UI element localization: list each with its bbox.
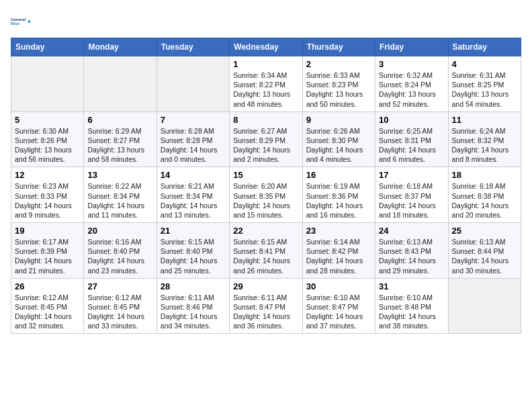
day-info: Sunrise: 6:19 AM Sunset: 8:36 PM Dayligh… xyxy=(306,181,371,220)
calendar-body: 1Sunrise: 6:34 AM Sunset: 8:22 PM Daylig… xyxy=(11,56,521,334)
calendar-cell: 1Sunrise: 6:34 AM Sunset: 8:22 PM Daylig… xyxy=(230,56,302,112)
col-header-tuesday: Tuesday xyxy=(157,38,229,56)
day-info: Sunrise: 6:10 AM Sunset: 8:48 PM Dayligh… xyxy=(379,293,444,331)
day-info: Sunrise: 6:33 AM Sunset: 8:23 PM Dayligh… xyxy=(306,71,371,109)
calendar-header: SundayMondayTuesdayWednesdayThursdayFrid… xyxy=(11,38,521,56)
header-row: SundayMondayTuesdayWednesdayThursdayFrid… xyxy=(11,38,521,56)
day-number: 28 xyxy=(161,281,226,291)
day-info: Sunrise: 6:23 AM Sunset: 8:33 PM Dayligh… xyxy=(15,181,80,220)
day-number: 25 xyxy=(452,226,517,236)
calendar-cell: 21Sunrise: 6:15 AM Sunset: 8:40 PM Dayli… xyxy=(157,223,229,279)
svg-marker-2 xyxy=(28,20,30,24)
calendar-table: SundayMondayTuesdayWednesdayThursdayFrid… xyxy=(11,38,521,334)
day-number: 4 xyxy=(452,59,517,69)
day-number: 15 xyxy=(233,170,298,180)
day-info: Sunrise: 6:22 AM Sunset: 8:34 PM Dayligh… xyxy=(87,181,152,220)
calendar-cell: 30Sunrise: 6:10 AM Sunset: 8:47 PM Dayli… xyxy=(302,278,375,334)
calendar-cell: 3Sunrise: 6:32 AM Sunset: 8:24 PM Daylig… xyxy=(375,56,448,112)
calendar-cell: 15Sunrise: 6:20 AM Sunset: 8:35 PM Dayli… xyxy=(230,167,302,223)
day-number: 3 xyxy=(379,59,444,69)
day-number: 29 xyxy=(233,281,298,291)
calendar-cell: 25Sunrise: 6:13 AM Sunset: 8:44 PM Dayli… xyxy=(448,223,521,279)
calendar-cell: 2Sunrise: 6:33 AM Sunset: 8:23 PM Daylig… xyxy=(302,56,375,112)
calendar-cell: 19Sunrise: 6:17 AM Sunset: 8:39 PM Dayli… xyxy=(11,223,84,279)
calendar-cell: 18Sunrise: 6:18 AM Sunset: 8:38 PM Dayli… xyxy=(448,167,521,223)
week-row-1: 1Sunrise: 6:34 AM Sunset: 8:22 PM Daylig… xyxy=(11,56,521,112)
day-number: 17 xyxy=(379,170,444,180)
calendar-cell: 6Sunrise: 6:29 AM Sunset: 8:27 PM Daylig… xyxy=(84,111,157,167)
calendar-cell: 16Sunrise: 6:19 AM Sunset: 8:36 PM Dayli… xyxy=(302,167,375,223)
day-number: 5 xyxy=(15,115,80,125)
day-number: 31 xyxy=(379,281,444,291)
calendar-cell: 22Sunrise: 6:15 AM Sunset: 8:41 PM Dayli… xyxy=(230,223,302,279)
day-info: Sunrise: 6:12 AM Sunset: 8:45 PM Dayligh… xyxy=(87,293,152,331)
day-info: Sunrise: 6:31 AM Sunset: 8:25 PM Dayligh… xyxy=(452,71,517,109)
day-info: Sunrise: 6:18 AM Sunset: 8:37 PM Dayligh… xyxy=(379,181,444,220)
logo-icon: GeneralBlue xyxy=(11,11,32,32)
day-info: Sunrise: 6:18 AM Sunset: 8:38 PM Dayligh… xyxy=(452,181,517,220)
day-info: Sunrise: 6:24 AM Sunset: 8:32 PM Dayligh… xyxy=(452,126,517,165)
calendar-cell: 14Sunrise: 6:21 AM Sunset: 8:34 PM Dayli… xyxy=(157,167,229,223)
week-row-5: 26Sunrise: 6:12 AM Sunset: 8:45 PM Dayli… xyxy=(11,278,521,334)
calendar-cell: 17Sunrise: 6:18 AM Sunset: 8:37 PM Dayli… xyxy=(375,167,448,223)
day-number: 27 xyxy=(87,281,152,291)
calendar-cell xyxy=(11,56,84,112)
day-number: 30 xyxy=(306,281,371,291)
day-number: 16 xyxy=(306,170,371,180)
calendar-cell: 27Sunrise: 6:12 AM Sunset: 8:45 PM Dayli… xyxy=(84,278,157,334)
week-row-3: 12Sunrise: 6:23 AM Sunset: 8:33 PM Dayli… xyxy=(11,167,521,223)
calendar-cell: 5Sunrise: 6:30 AM Sunset: 8:26 PM Daylig… xyxy=(11,111,84,167)
col-header-thursday: Thursday xyxy=(302,38,375,56)
day-info: Sunrise: 6:15 AM Sunset: 8:41 PM Dayligh… xyxy=(233,237,298,275)
day-info: Sunrise: 6:11 AM Sunset: 8:46 PM Dayligh… xyxy=(161,293,226,331)
day-number: 12 xyxy=(15,170,80,180)
day-number: 26 xyxy=(15,281,80,291)
col-header-monday: Monday xyxy=(84,38,157,56)
calendar-cell: 29Sunrise: 6:11 AM Sunset: 8:47 PM Dayli… xyxy=(230,278,302,334)
day-info: Sunrise: 6:12 AM Sunset: 8:45 PM Dayligh… xyxy=(15,293,80,331)
day-info: Sunrise: 6:15 AM Sunset: 8:40 PM Dayligh… xyxy=(161,237,226,275)
col-header-sunday: Sunday xyxy=(11,38,84,56)
svg-text:Blue: Blue xyxy=(11,21,20,26)
col-header-friday: Friday xyxy=(375,38,448,56)
calendar-cell: 24Sunrise: 6:13 AM Sunset: 8:43 PM Dayli… xyxy=(375,223,448,279)
day-info: Sunrise: 6:32 AM Sunset: 8:24 PM Dayligh… xyxy=(379,71,444,109)
col-header-saturday: Saturday xyxy=(448,38,521,56)
day-number: 21 xyxy=(161,226,226,236)
day-number: 11 xyxy=(452,115,517,125)
week-row-4: 19Sunrise: 6:17 AM Sunset: 8:39 PM Dayli… xyxy=(11,223,521,279)
calendar-cell: 11Sunrise: 6:24 AM Sunset: 8:32 PM Dayli… xyxy=(448,111,521,167)
day-number: 19 xyxy=(15,226,80,236)
day-info: Sunrise: 6:20 AM Sunset: 8:35 PM Dayligh… xyxy=(233,181,298,220)
day-number: 8 xyxy=(233,115,298,125)
day-number: 14 xyxy=(161,170,226,180)
day-info: Sunrise: 6:27 AM Sunset: 8:29 PM Dayligh… xyxy=(233,126,298,165)
calendar-cell: 13Sunrise: 6:22 AM Sunset: 8:34 PM Dayli… xyxy=(84,167,157,223)
page-header: GeneralBlue xyxy=(11,11,521,32)
calendar-cell xyxy=(157,56,229,112)
calendar-cell: 26Sunrise: 6:12 AM Sunset: 8:45 PM Dayli… xyxy=(11,278,84,334)
day-info: Sunrise: 6:10 AM Sunset: 8:47 PM Dayligh… xyxy=(306,293,371,331)
day-number: 20 xyxy=(87,226,152,236)
calendar-cell: 7Sunrise: 6:28 AM Sunset: 8:28 PM Daylig… xyxy=(157,111,229,167)
day-number: 22 xyxy=(233,226,298,236)
calendar-cell: 23Sunrise: 6:14 AM Sunset: 8:42 PM Dayli… xyxy=(302,223,375,279)
calendar-cell xyxy=(448,278,521,334)
day-info: Sunrise: 6:21 AM Sunset: 8:34 PM Dayligh… xyxy=(161,181,226,220)
day-info: Sunrise: 6:26 AM Sunset: 8:30 PM Dayligh… xyxy=(306,126,371,165)
calendar-cell xyxy=(84,56,157,112)
calendar-cell: 9Sunrise: 6:26 AM Sunset: 8:30 PM Daylig… xyxy=(302,111,375,167)
day-info: Sunrise: 6:13 AM Sunset: 8:44 PM Dayligh… xyxy=(452,237,517,275)
logo: GeneralBlue xyxy=(11,11,32,32)
day-info: Sunrise: 6:28 AM Sunset: 8:28 PM Dayligh… xyxy=(161,126,226,165)
day-info: Sunrise: 6:11 AM Sunset: 8:47 PM Dayligh… xyxy=(233,293,298,331)
day-info: Sunrise: 6:14 AM Sunset: 8:42 PM Dayligh… xyxy=(306,237,371,275)
day-info: Sunrise: 6:29 AM Sunset: 8:27 PM Dayligh… xyxy=(87,126,152,165)
day-number: 13 xyxy=(87,170,152,180)
day-number: 6 xyxy=(87,115,152,125)
calendar-cell: 8Sunrise: 6:27 AM Sunset: 8:29 PM Daylig… xyxy=(230,111,302,167)
day-number: 10 xyxy=(379,115,444,125)
calendar-cell: 31Sunrise: 6:10 AM Sunset: 8:48 PM Dayli… xyxy=(375,278,448,334)
calendar-cell: 20Sunrise: 6:16 AM Sunset: 8:40 PM Dayli… xyxy=(84,223,157,279)
day-number: 18 xyxy=(452,170,517,180)
